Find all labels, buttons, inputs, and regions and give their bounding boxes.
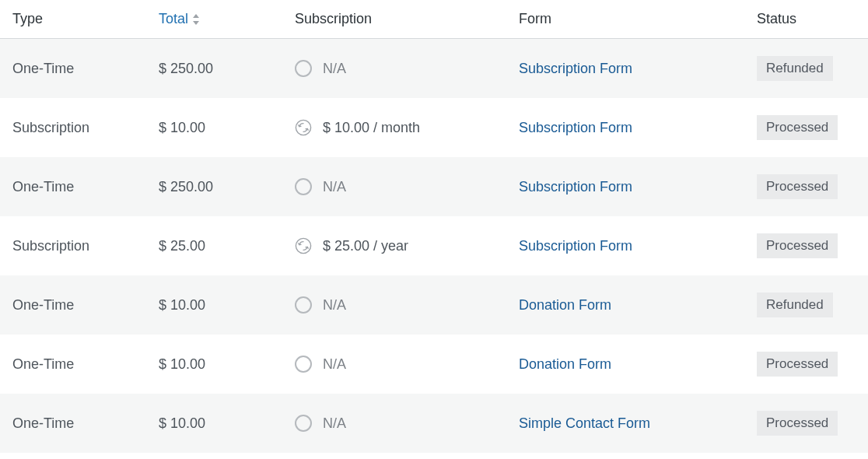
subscription-text: N/A bbox=[323, 179, 346, 195]
status-badge: Processed bbox=[757, 174, 838, 199]
form-link[interactable]: Subscription Form bbox=[519, 61, 632, 76]
column-header-total-label: Total bbox=[159, 11, 188, 27]
cell-status: Refunded bbox=[754, 293, 868, 317]
cell-status: Processed bbox=[754, 352, 868, 377]
cell-total: $ 10.00 bbox=[156, 356, 292, 373]
cell-type: One-Time bbox=[0, 415, 156, 432]
cell-type: One-Time bbox=[0, 61, 156, 77]
circle-icon bbox=[295, 356, 312, 373]
column-header-type[interactable]: Type bbox=[0, 11, 156, 27]
cell-type: One-Time bbox=[0, 356, 156, 373]
cell-subscription: N/A bbox=[292, 296, 516, 314]
cell-type: One-Time bbox=[0, 179, 156, 195]
circle-icon bbox=[295, 296, 312, 314]
cell-form: Donation Form bbox=[516, 356, 754, 373]
subscription-text: $ 10.00 / month bbox=[323, 120, 420, 136]
svg-point-1 bbox=[296, 238, 310, 253]
subscription-text: N/A bbox=[323, 415, 346, 432]
cell-subscription: $ 25.00 / year bbox=[292, 237, 516, 254]
cell-total: $ 250.00 bbox=[156, 179, 292, 195]
cell-total: $ 25.00 bbox=[156, 238, 292, 254]
form-link[interactable]: Subscription Form bbox=[519, 179, 632, 194]
cell-subscription: $ 10.00 / month bbox=[292, 119, 516, 136]
cell-total: $ 10.00 bbox=[156, 415, 292, 432]
cell-status: Refunded bbox=[754, 56, 868, 81]
cell-status: Processed bbox=[754, 411, 868, 436]
subscription-text: N/A bbox=[323, 356, 346, 373]
column-header-subscription[interactable]: Subscription bbox=[292, 11, 516, 27]
table-row: One-Time$ 10.00N/ASimple Contact FormPro… bbox=[0, 394, 868, 453]
column-header-total[interactable]: Total bbox=[156, 11, 292, 27]
column-header-status[interactable]: Status bbox=[754, 11, 868, 27]
table-row: One-Time$ 250.00N/ASubscription FormProc… bbox=[0, 157, 868, 216]
subscription-text: $ 25.00 / year bbox=[323, 238, 408, 254]
cell-subscription: N/A bbox=[292, 60, 516, 77]
cell-form: Subscription Form bbox=[516, 179, 754, 195]
recurring-icon bbox=[295, 119, 312, 136]
circle-icon bbox=[295, 60, 312, 77]
subscription-text: N/A bbox=[323, 297, 346, 314]
cell-form: Subscription Form bbox=[516, 120, 754, 136]
cell-total: $ 250.00 bbox=[156, 61, 292, 77]
table-row: One-Time$ 10.00N/ADonation FormProcessed bbox=[0, 335, 868, 394]
status-badge: Refunded bbox=[757, 56, 833, 81]
cell-type: One-Time bbox=[0, 297, 156, 314]
table-row: One-Time$ 250.00N/ASubscription FormRefu… bbox=[0, 39, 868, 98]
subscription-text: N/A bbox=[323, 61, 346, 77]
form-link[interactable]: Subscription Form bbox=[519, 238, 632, 254]
cell-status: Processed bbox=[754, 174, 868, 199]
sort-icon bbox=[191, 13, 201, 26]
status-badge: Processed bbox=[757, 233, 838, 258]
cell-status: Processed bbox=[754, 233, 868, 258]
cell-status: Processed bbox=[754, 115, 868, 140]
cell-subscription: N/A bbox=[292, 178, 516, 195]
form-link[interactable]: Donation Form bbox=[519, 297, 611, 313]
payments-table: Type Total Subscription Form Status One-… bbox=[0, 0, 868, 453]
cell-form: Subscription Form bbox=[516, 238, 754, 254]
cell-subscription: N/A bbox=[292, 356, 516, 373]
recurring-icon bbox=[295, 237, 312, 254]
circle-icon bbox=[295, 415, 312, 432]
table-body: One-Time$ 250.00N/ASubscription FormRefu… bbox=[0, 39, 868, 453]
cell-type: Subscription bbox=[0, 238, 156, 254]
form-link[interactable]: Simple Contact Form bbox=[519, 415, 650, 431]
cell-type: Subscription bbox=[0, 120, 156, 136]
status-badge: Processed bbox=[757, 352, 838, 377]
circle-icon bbox=[295, 178, 312, 195]
status-badge: Processed bbox=[757, 411, 838, 436]
table-row: One-Time$ 10.00N/ADonation FormRefunded bbox=[0, 275, 868, 335]
cell-total: $ 10.00 bbox=[156, 120, 292, 136]
table-row: Subscription$ 10.00$ 10.00 / monthSubscr… bbox=[0, 98, 868, 157]
cell-form: Simple Contact Form bbox=[516, 415, 754, 432]
cell-form: Donation Form bbox=[516, 297, 754, 314]
form-link[interactable]: Donation Form bbox=[519, 356, 611, 372]
form-link[interactable]: Subscription Form bbox=[519, 120, 632, 135]
column-header-form[interactable]: Form bbox=[516, 11, 754, 27]
table-header-row: Type Total Subscription Form Status bbox=[0, 0, 868, 39]
status-badge: Refunded bbox=[757, 293, 833, 317]
cell-form: Subscription Form bbox=[516, 61, 754, 77]
svg-point-0 bbox=[296, 120, 310, 135]
status-badge: Processed bbox=[757, 115, 838, 140]
cell-total: $ 10.00 bbox=[156, 297, 292, 314]
cell-subscription: N/A bbox=[292, 415, 516, 432]
table-row: Subscription$ 25.00$ 25.00 / yearSubscri… bbox=[0, 216, 868, 275]
